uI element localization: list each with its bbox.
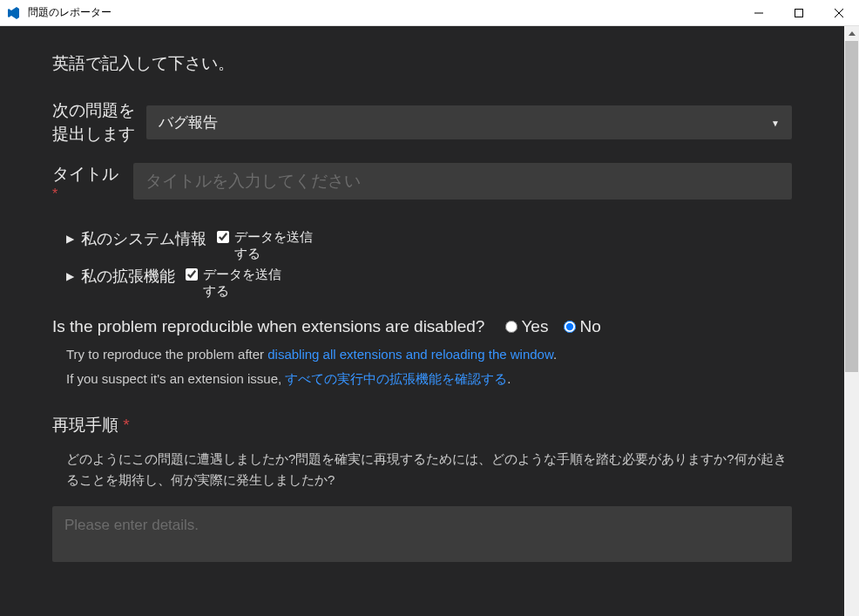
extensions-checkbox-label: データを送信する bbox=[203, 266, 290, 300]
title-label: タイトル bbox=[52, 163, 133, 186]
window-controls bbox=[739, 0, 859, 26]
minimize-button[interactable] bbox=[739, 0, 779, 26]
extensions-checkbox[interactable] bbox=[186, 268, 198, 281]
reproduce-yes-radio[interactable] bbox=[505, 321, 517, 333]
steps-title: 再現手順 * bbox=[52, 414, 792, 437]
reproduce-question-row: Is the problem reproducible when extensi… bbox=[52, 317, 792, 336]
extensions-label: 私の拡張機能 bbox=[81, 266, 175, 287]
svg-rect-1 bbox=[795, 9, 803, 17]
required-indicator: * bbox=[52, 186, 133, 202]
system-info-toggle[interactable]: ▶ 私のシステム情報 bbox=[66, 228, 206, 249]
reproduce-hint-1: Try to reproduce the problem after disab… bbox=[66, 345, 792, 365]
vertical-scrollbar[interactable] bbox=[844, 26, 859, 616]
reproduce-question: Is the problem reproducible when extensi… bbox=[52, 317, 484, 336]
extensions-toggle[interactable]: ▶ 私の拡張機能 bbox=[66, 266, 175, 287]
app-icon bbox=[7, 6, 21, 20]
reproduce-hint-2: If you suspect it's an extension issue, … bbox=[66, 369, 792, 389]
issue-reporter-form: 英語で記入して下さい。 次の問題を提出します バグ報告 ▼ タイトル * ▶ 私… bbox=[0, 26, 844, 616]
maximize-button[interactable] bbox=[779, 0, 819, 26]
title-input[interactable] bbox=[133, 163, 792, 200]
instruction-text: 英語で記入して下さい。 bbox=[52, 52, 792, 75]
close-button[interactable] bbox=[819, 0, 859, 26]
system-info-checkbox-label: データを送信する bbox=[234, 228, 321, 262]
steps-description: どのようにこの問題に遭遇しましたか?問題を確実に再現するためには、どのような手順… bbox=[66, 449, 792, 491]
system-info-checkbox[interactable] bbox=[217, 231, 229, 243]
window-title: 問題のレポーター bbox=[28, 5, 739, 20]
disable-extensions-link[interactable]: disabling all extensions and reloading t… bbox=[267, 347, 553, 362]
triangle-right-icon: ▶ bbox=[66, 270, 74, 282]
reproduce-no-radio[interactable] bbox=[564, 321, 576, 333]
issue-type-label: 次の問題を提出します bbox=[52, 99, 146, 146]
triangle-right-icon: ▶ bbox=[66, 233, 74, 245]
required-indicator: * bbox=[123, 416, 129, 434]
check-extensions-link[interactable]: すべての実行中の拡張機能を確認する bbox=[285, 371, 507, 386]
scrollbar-up-button[interactable] bbox=[844, 26, 859, 41]
issue-type-select[interactable]: バグ報告 bbox=[146, 105, 792, 139]
system-info-label: 私のシステム情報 bbox=[81, 228, 206, 249]
reproduce-no-option[interactable]: No bbox=[564, 317, 600, 336]
steps-textarea[interactable] bbox=[52, 506, 792, 562]
scrollbar-thumb[interactable] bbox=[845, 41, 858, 372]
reproduce-yes-option[interactable]: Yes bbox=[505, 317, 548, 336]
window-titlebar: 問題のレポーター bbox=[0, 0, 859, 26]
